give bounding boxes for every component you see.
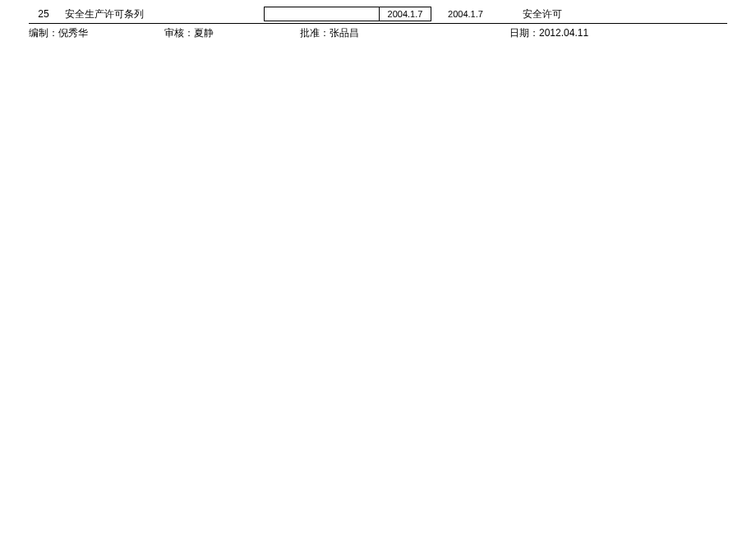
footer-row: 编制： 倪秀华 审核： 夏静 批准： 张品昌 日期： 2012.04.11 bbox=[29, 26, 727, 40]
reviewer-value: 夏静 bbox=[194, 26, 214, 40]
cell-date-boxed: 2004.1.7 bbox=[379, 7, 431, 21]
date-label: 日期： bbox=[509, 26, 539, 40]
reviewer-label: 审核： bbox=[164, 26, 194, 40]
cell-title: 安全生产许可条列 bbox=[58, 7, 264, 21]
footer-compiler: 编制： 倪秀华 bbox=[29, 26, 164, 40]
footer-approver: 批准： 张品昌 bbox=[300, 26, 509, 40]
compiler-label: 编制： bbox=[29, 26, 58, 40]
compiler-value: 倪秀华 bbox=[58, 26, 88, 40]
footer-date: 日期： 2012.04.11 bbox=[509, 26, 588, 40]
footer-reviewer: 审核： 夏静 bbox=[164, 26, 300, 40]
table-row: 25 安全生产许可条列 2004.1.7 2004.1.7 安全许可 bbox=[29, 7, 727, 21]
cell-number: 25 bbox=[29, 8, 58, 20]
divider-line bbox=[29, 23, 727, 24]
approver-value: 张品昌 bbox=[330, 26, 359, 40]
cell-category: 安全许可 bbox=[493, 7, 592, 21]
date-value: 2012.04.11 bbox=[539, 27, 588, 39]
cell-boxed-empty bbox=[264, 7, 379, 21]
cell-date-open: 2004.1.7 bbox=[431, 9, 493, 19]
approver-label: 批准： bbox=[300, 26, 330, 40]
